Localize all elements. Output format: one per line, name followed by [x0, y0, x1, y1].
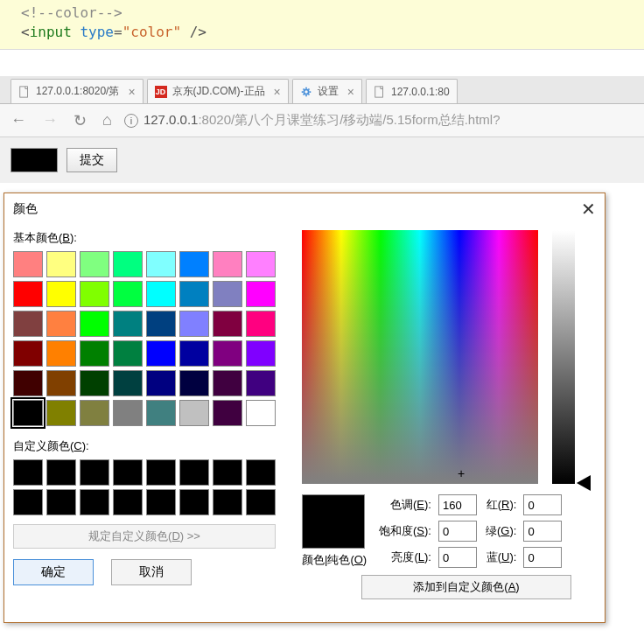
close-icon[interactable]: ✕	[581, 199, 596, 220]
luminosity-arrow-icon[interactable]	[577, 475, 591, 491]
browser-tab-2[interactable]: 设置 ×	[292, 79, 362, 103]
custom-color-swatch[interactable]	[13, 489, 43, 515]
basic-color-swatch[interactable]	[179, 281, 209, 307]
basic-color-swatch[interactable]	[179, 311, 209, 337]
browser-tab-1[interactable]: JD 京东(JD.COM)-正品 ×	[147, 79, 289, 103]
back-button[interactable]: ←	[7, 111, 30, 130]
basic-color-swatch[interactable]	[213, 400, 242, 426]
basic-color-swatch[interactable]	[13, 340, 43, 367]
custom-color-swatch[interactable]	[80, 459, 109, 486]
basic-color-swatch[interactable]	[246, 251, 276, 277]
green-input[interactable]	[523, 521, 562, 542]
basic-color-swatch[interactable]	[46, 370, 76, 396]
basic-color-swatch[interactable]	[246, 281, 276, 307]
basic-color-swatch[interactable]	[146, 370, 176, 396]
basic-color-swatch[interactable]	[213, 340, 242, 367]
custom-color-swatch[interactable]	[113, 489, 143, 515]
browser-tab-0[interactable]: 127.0.0.1:8020/第 ×	[10, 79, 144, 103]
forward-button[interactable]: →	[38, 111, 61, 130]
custom-color-swatch[interactable]	[13, 459, 43, 486]
custom-color-swatch[interactable]	[46, 459, 76, 486]
close-icon[interactable]: ×	[274, 85, 281, 99]
tab-label: 设置	[318, 84, 339, 99]
custom-color-swatch[interactable]	[113, 459, 143, 486]
info-icon[interactable]: i	[124, 114, 138, 128]
cancel-button[interactable]: 取消	[111, 559, 192, 585]
basic-color-swatch[interactable]	[213, 251, 242, 277]
luminosity-slider[interactable]	[552, 230, 575, 484]
basic-color-swatch[interactable]	[246, 311, 276, 337]
basic-color-swatch[interactable]	[113, 400, 143, 426]
basic-color-swatch[interactable]	[246, 340, 276, 367]
blue-input[interactable]	[523, 547, 562, 568]
basic-color-swatch[interactable]	[213, 370, 242, 396]
home-button[interactable]: ⌂	[99, 111, 116, 130]
basic-color-swatch[interactable]	[113, 281, 143, 307]
browser-tab-3[interactable]: 127.0.0.1:80	[366, 79, 458, 103]
close-icon[interactable]: ×	[347, 85, 354, 99]
color-input[interactable]	[10, 148, 58, 172]
tab-label: 127.0.0.1:8020/第	[36, 84, 119, 99]
basic-color-swatch[interactable]	[80, 340, 109, 367]
custom-color-swatch[interactable]	[80, 489, 109, 515]
basic-color-swatch[interactable]	[246, 370, 276, 396]
basic-color-swatch[interactable]	[179, 340, 209, 367]
basic-color-swatch[interactable]	[113, 251, 143, 277]
basic-color-swatch[interactable]	[13, 400, 43, 426]
basic-color-swatch[interactable]	[179, 400, 209, 426]
basic-color-swatch[interactable]	[46, 311, 76, 337]
basic-color-swatch[interactable]	[13, 311, 43, 337]
basic-color-swatch[interactable]	[80, 370, 109, 396]
close-icon[interactable]: ×	[128, 85, 135, 99]
basic-color-swatch[interactable]	[146, 281, 176, 307]
svg-rect-2	[375, 86, 383, 96]
basic-color-swatch[interactable]	[213, 281, 242, 307]
basic-color-swatch[interactable]	[179, 370, 209, 396]
reload-button[interactable]: ↻	[70, 111, 90, 130]
custom-color-swatch[interactable]	[179, 489, 209, 515]
basic-color-swatch[interactable]	[80, 311, 109, 337]
basic-color-swatch[interactable]	[113, 340, 143, 367]
page-content: 提交	[0, 137, 644, 183]
sat-input[interactable]	[438, 521, 477, 542]
basic-color-swatch[interactable]	[146, 400, 176, 426]
basic-color-swatch[interactable]	[46, 281, 76, 307]
basic-color-swatch[interactable]	[146, 251, 176, 277]
basic-color-swatch[interactable]	[13, 251, 43, 277]
basic-color-swatch[interactable]	[113, 370, 143, 396]
blue-label: 蓝(U):	[486, 550, 516, 565]
custom-color-swatch[interactable]	[146, 489, 176, 515]
basic-color-swatch[interactable]	[80, 281, 109, 307]
custom-color-swatch[interactable]	[246, 489, 276, 515]
basic-color-swatch[interactable]	[146, 311, 176, 337]
basic-color-swatch[interactable]	[80, 400, 109, 426]
url-bar[interactable]: i 127.0.0.1:8020/第八个月课堂练习/移动端/5.15form总结…	[124, 112, 637, 129]
custom-color-swatch[interactable]	[46, 489, 76, 515]
ok-button[interactable]: 确定	[13, 559, 94, 585]
basic-color-swatch[interactable]	[113, 311, 143, 337]
lum-input[interactable]	[438, 547, 477, 568]
preview-label: 颜色|纯色(O)	[302, 552, 367, 568]
basic-color-swatch[interactable]	[46, 251, 76, 277]
custom-color-swatch[interactable]	[213, 489, 242, 515]
custom-color-swatch[interactable]	[179, 459, 209, 486]
custom-color-swatch[interactable]	[146, 459, 176, 486]
basic-color-swatch[interactable]	[80, 251, 109, 277]
color-gradient-picker[interactable]: +	[302, 230, 538, 484]
basic-color-swatch[interactable]	[246, 400, 276, 426]
submit-button[interactable]: 提交	[66, 148, 117, 172]
custom-color-swatch[interactable]	[213, 459, 242, 486]
basic-color-swatch[interactable]	[13, 370, 43, 396]
define-custom-button[interactable]: 规定自定义颜色(D) >>	[13, 524, 276, 549]
basic-color-swatch[interactable]	[213, 311, 242, 337]
basic-color-swatch[interactable]	[46, 340, 76, 367]
add-to-custom-button[interactable]: 添加到自定义颜色(A)	[361, 575, 571, 599]
svg-point-1	[304, 89, 308, 94]
basic-color-swatch[interactable]	[146, 340, 176, 367]
basic-color-swatch[interactable]	[46, 400, 76, 426]
red-input[interactable]	[523, 494, 562, 515]
custom-color-swatch[interactable]	[246, 459, 276, 486]
basic-color-swatch[interactable]	[13, 281, 43, 307]
hue-input[interactable]	[438, 494, 477, 515]
basic-color-swatch[interactable]	[179, 251, 209, 277]
